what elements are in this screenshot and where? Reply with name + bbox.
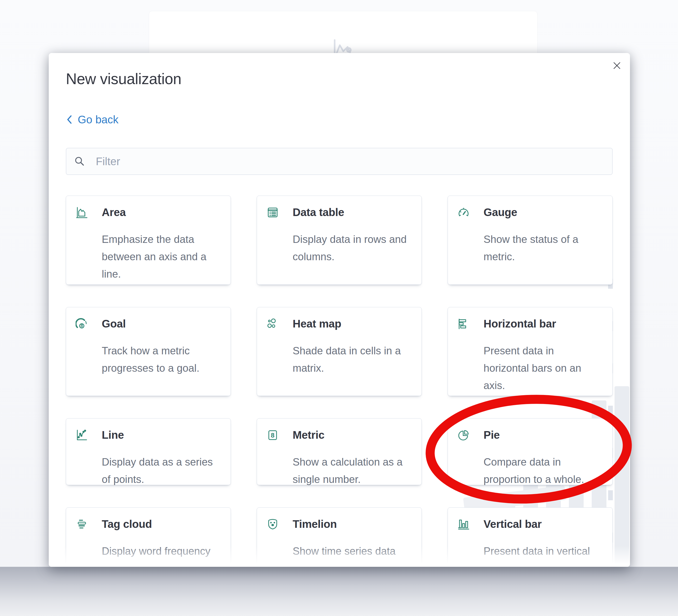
vis-card-description: Compare data in proportion to a whole. <box>484 453 607 488</box>
vis-card-title: Data table <box>293 205 344 219</box>
vis-card-description: Show the status of a metric. <box>484 231 607 265</box>
vis-card-title: Tag cloud <box>102 517 152 531</box>
go-back-label: Go back <box>78 113 118 126</box>
vis-card-description: Show a calculation as a single number. <box>293 453 416 488</box>
goal-icon: 8 <box>76 318 88 330</box>
pie-chart-icon <box>457 429 470 441</box>
horizontal-bar-icon <box>457 318 470 330</box>
vis-card-title: Metric <box>293 428 325 442</box>
vis-card-title: Pie <box>484 428 500 442</box>
line-chart-icon <box>76 429 88 441</box>
area-chart-icon <box>76 206 88 219</box>
vis-card-line[interactable]: Line Display data as a series of points. <box>66 418 231 485</box>
vis-card-title: Line <box>102 428 124 442</box>
vis-card-area[interactable]: Area Emphasize the data between an axis … <box>66 196 231 285</box>
vis-card-description: Present data in vertical bars on an axis… <box>484 542 607 567</box>
close-button[interactable] <box>609 58 625 73</box>
new-visualization-modal: New visualization Go back Area Em <box>49 53 630 567</box>
vis-card-metric[interactable]: 8 Metric Show a calculation as a single … <box>257 418 422 485</box>
vis-card-vertical-bar[interactable]: Vertical bar Present data in vertical ba… <box>448 507 613 567</box>
vis-card-pie[interactable]: Pie Compare data in proportion to a whol… <box>448 418 613 485</box>
gauge-icon <box>457 206 470 219</box>
data-table-icon <box>266 206 279 219</box>
vis-card-description: Emphasize the data between an axis and a… <box>102 231 225 282</box>
filter-input[interactable] <box>66 148 613 175</box>
vis-card-title: Heat map <box>293 317 341 331</box>
vis-card-description: Display word frequency with font size. <box>102 542 225 567</box>
vis-card-heat-map[interactable]: Heat map Shade data in cells in a matrix… <box>257 307 422 396</box>
go-back-link[interactable]: Go back <box>66 113 118 126</box>
vis-card-description: Shade data in cells in a matrix. <box>293 342 416 377</box>
modal-drop-shadow <box>0 567 678 616</box>
vis-card-title: Timelion <box>293 517 337 531</box>
close-icon <box>612 61 622 71</box>
tag-cloud-icon <box>76 518 88 531</box>
vis-card-description: Show time series data on a graph. <box>293 542 416 567</box>
vis-card-title: Gauge <box>484 205 517 219</box>
svg-text:8: 8 <box>271 432 274 439</box>
svg-text:8: 8 <box>81 323 83 328</box>
vis-card-title: Vertical bar <box>484 517 541 531</box>
vertical-bar-icon <box>457 518 470 531</box>
vis-card-description: Display data in rows and columns. <box>293 231 416 265</box>
vis-card-data-table[interactable]: Data table Display data in rows and colu… <box>257 196 422 285</box>
vis-card-description: Present data in horizontal bars on an ax… <box>484 342 607 394</box>
heat-map-icon <box>266 318 279 330</box>
chevron-left-icon <box>66 115 73 124</box>
timelion-icon <box>266 518 279 531</box>
vis-card-goal[interactable]: 8 Goal Track how a metric progresses to … <box>66 307 231 396</box>
vis-card-description: Display data as a series of points. <box>102 453 225 488</box>
page-title: New visualization <box>66 70 181 88</box>
vis-card-horizontal-bar[interactable]: Horizontal bar Present data in horizonta… <box>448 307 613 396</box>
vis-card-title: Goal <box>102 317 126 331</box>
vis-card-gauge[interactable]: Gauge Show the status of a metric. <box>448 196 613 285</box>
vis-card-timelion[interactable]: Timelion Show time series data on a grap… <box>257 507 422 567</box>
vis-card-title: Horizontal bar <box>484 317 556 331</box>
vis-card-title: Area <box>102 205 126 219</box>
vis-card-tag-cloud[interactable]: Tag cloud Display word frequency with fo… <box>66 507 231 567</box>
metric-icon: 8 <box>266 429 279 441</box>
visualization-type-grid: Area Emphasize the data between an axis … <box>66 196 613 567</box>
vis-card-description: Track how a metric progresses to a goal. <box>102 342 225 377</box>
